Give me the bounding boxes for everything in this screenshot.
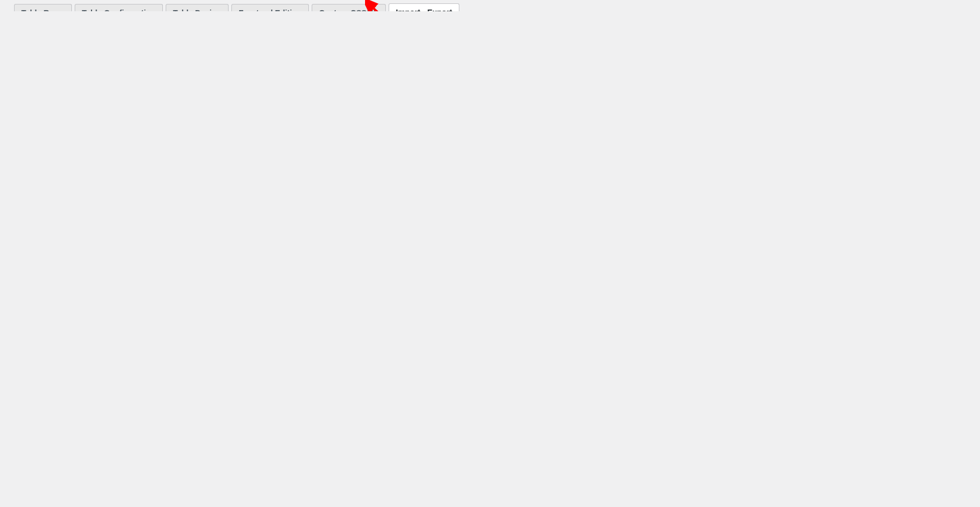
tab-table-rows[interactable]: Table Rows — [14, 4, 72, 11]
top-tab-bar: Table Rows Table Configuration Table Des… — [11, 0, 969, 11]
tab-table-configuration[interactable]: Table Configuration — [75, 4, 163, 11]
tab-custom-css-js[interactable]: Custom CSS/JS — [312, 4, 386, 11]
tab-frontend-editing[interactable]: Frontend Editing — [231, 4, 309, 11]
tab-table-design[interactable]: Table Design — [166, 4, 229, 11]
tab-import-export[interactable]: Import - Export — [389, 3, 459, 11]
